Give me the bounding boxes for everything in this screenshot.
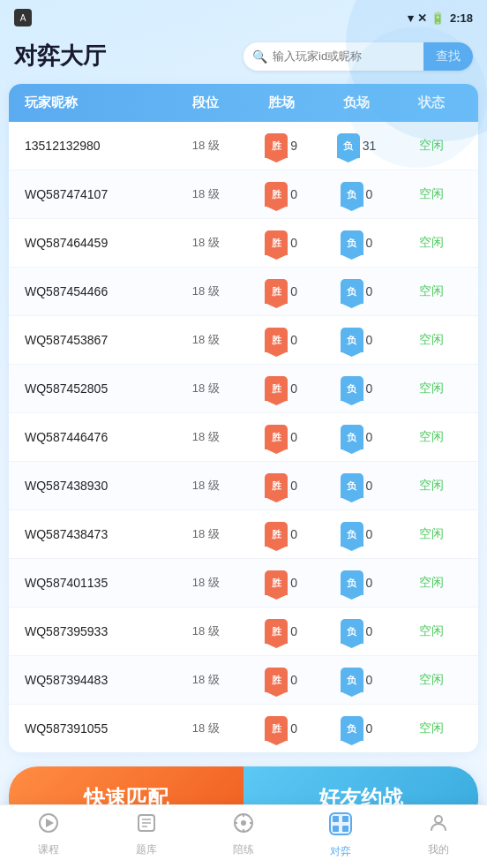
win-badge: 胜 bbox=[265, 570, 288, 595]
loss-badge: 负 bbox=[341, 230, 363, 255]
cell-losses: 负 0 bbox=[318, 328, 393, 352]
cell-name: WQ587454466 bbox=[18, 284, 169, 298]
cell-losses: 负 0 bbox=[318, 668, 393, 692]
cell-name: WQ587446476 bbox=[18, 430, 169, 444]
win-badge: 胜 bbox=[265, 716, 288, 741]
table-row[interactable]: WQ587464459 18 级 胜 0 负 0 空闲 bbox=[9, 219, 478, 268]
status-icons: ▾ ✕ 🔋 bbox=[408, 11, 445, 25]
player-table: 玩家昵称 段位 胜场 负场 状态 13512132980 18 级 胜 9 负 … bbox=[9, 84, 478, 752]
cell-name: WQ587394483 bbox=[18, 673, 169, 687]
win-badge: 胜 bbox=[265, 279, 288, 304]
table-row[interactable]: WQ587394483 18 级 胜 0 负 0 空闲 bbox=[9, 656, 478, 705]
cell-losses: 负 31 bbox=[318, 133, 393, 158]
table-row[interactable]: WQ587391055 18 级 胜 0 负 0 空闲 bbox=[9, 705, 478, 752]
win-badge: 胜 bbox=[265, 619, 288, 644]
cell-wins: 胜 0 bbox=[244, 230, 318, 255]
table-body: 13512132980 18 级 胜 9 负 31 空闲 WQ587474107 bbox=[9, 122, 478, 752]
search-bar[interactable]: 🔍 查找 bbox=[244, 42, 473, 71]
loss-badge: 负 bbox=[341, 716, 363, 741]
cell-wins: 胜 0 bbox=[244, 716, 318, 741]
cell-status: 空闲 bbox=[394, 623, 469, 639]
loss-badge: 负 bbox=[341, 376, 363, 401]
table-row[interactable]: WQ587438930 18 级 胜 0 负 0 空闲 bbox=[9, 462, 478, 510]
questions-icon bbox=[136, 812, 157, 839]
cell-wins: 胜 0 bbox=[244, 668, 318, 692]
nav-label-chess: 对弈 bbox=[330, 844, 351, 859]
table-header: 玩家昵称 段位 胜场 负场 状态 bbox=[9, 84, 478, 122]
cell-rank: 18 级 bbox=[169, 526, 244, 542]
cell-name: WQ587452805 bbox=[18, 381, 169, 396]
bottom-nav: 课程 题库 陪练 bbox=[0, 804, 487, 868]
loss-badge: 负 bbox=[341, 182, 363, 207]
nav-item-chess[interactable]: 对弈 bbox=[314, 812, 367, 859]
col-losses: 负场 bbox=[318, 94, 393, 111]
cell-rank: 18 级 bbox=[169, 332, 244, 348]
cell-rank: 18 级 bbox=[169, 623, 244, 639]
nav-label-profile: 我的 bbox=[428, 842, 449, 857]
nav-item-questions[interactable]: 题库 bbox=[120, 812, 173, 859]
cell-losses: 负 0 bbox=[318, 279, 393, 304]
loss-badge: 负 bbox=[341, 570, 363, 595]
cell-status: 空闲 bbox=[394, 138, 469, 154]
table-row[interactable]: 13512132980 18 级 胜 9 负 31 空闲 bbox=[9, 122, 478, 170]
loss-badge: 负 bbox=[341, 279, 363, 304]
win-badge: 胜 bbox=[265, 522, 288, 547]
nav-item-courses[interactable]: 课程 bbox=[22, 812, 75, 859]
search-icon: 🔍 bbox=[252, 49, 267, 64]
status-time: 2:18 bbox=[450, 11, 473, 25]
cell-rank: 18 级 bbox=[169, 672, 244, 688]
cell-status: 空闲 bbox=[394, 672, 469, 688]
cell-losses: 负 0 bbox=[318, 182, 393, 207]
cell-wins: 胜 0 bbox=[244, 570, 318, 595]
loss-badge: 负 bbox=[337, 133, 360, 158]
cell-wins: 胜 9 bbox=[244, 133, 318, 158]
win-badge: 胜 bbox=[265, 473, 288, 498]
cell-status: 空闲 bbox=[394, 526, 469, 542]
search-input[interactable] bbox=[273, 49, 415, 63]
table-row[interactable]: WQ587401135 18 级 胜 0 负 0 空闲 bbox=[9, 559, 478, 608]
cell-losses: 负 0 bbox=[318, 619, 393, 644]
cell-losses: 负 0 bbox=[318, 425, 393, 449]
table-row[interactable]: WQ587474107 18 级 胜 0 负 0 空闲 bbox=[9, 170, 478, 219]
table-row[interactable]: WQ587454466 18 级 胜 0 负 0 空闲 bbox=[9, 268, 478, 316]
cell-wins: 胜 0 bbox=[244, 328, 318, 352]
table-row[interactable]: WQ587452805 18 级 胜 0 负 0 空闲 bbox=[9, 365, 478, 413]
svg-point-17 bbox=[435, 816, 442, 823]
cell-wins: 胜 0 bbox=[244, 522, 318, 547]
nav-item-practice[interactable]: 陪练 bbox=[217, 812, 270, 859]
svg-marker-1 bbox=[46, 819, 54, 827]
table-row[interactable]: WQ587395933 18 级 胜 0 负 0 空闲 bbox=[9, 608, 478, 656]
cell-status: 空闲 bbox=[394, 283, 469, 299]
nav-item-profile[interactable]: 我的 bbox=[412, 812, 465, 859]
main-content: 玩家昵称 段位 胜场 负场 状态 13512132980 18 级 胜 9 负 … bbox=[0, 84, 487, 868]
svg-rect-14 bbox=[342, 816, 348, 822]
cell-name: WQ587391055 bbox=[18, 721, 169, 736]
cell-status: 空闲 bbox=[394, 235, 469, 251]
table-row[interactable]: WQ587446476 18 级 胜 0 负 0 空闲 bbox=[9, 413, 478, 462]
header: 对弈大厅 🔍 查找 bbox=[0, 32, 487, 84]
win-badge: 胜 bbox=[265, 230, 288, 255]
cell-name: 13512132980 bbox=[18, 139, 169, 153]
search-button[interactable]: 查找 bbox=[423, 42, 473, 71]
page-title: 对弈大厅 bbox=[14, 41, 106, 72]
cell-losses: 负 0 bbox=[318, 376, 393, 401]
cell-status: 空闲 bbox=[394, 332, 469, 348]
svg-rect-15 bbox=[333, 826, 339, 832]
cell-rank: 18 级 bbox=[169, 186, 244, 202]
battery-icon: 🔋 bbox=[431, 11, 445, 25]
cell-rank: 18 级 bbox=[169, 235, 244, 251]
cell-status: 空闲 bbox=[394, 478, 469, 494]
chess-icon bbox=[329, 812, 352, 841]
cell-rank: 18 级 bbox=[169, 478, 244, 494]
table-row[interactable]: WQ587453867 18 级 胜 0 负 0 空闲 bbox=[9, 316, 478, 365]
courses-icon bbox=[38, 812, 59, 839]
profile-icon bbox=[428, 812, 449, 839]
table-row[interactable]: WQ587438473 18 级 胜 0 负 0 空闲 bbox=[9, 510, 478, 559]
cell-status: 空闲 bbox=[394, 186, 469, 202]
cell-rank: 18 级 bbox=[169, 429, 244, 445]
win-badge: 胜 bbox=[265, 328, 288, 352]
cell-name: WQ587464459 bbox=[18, 236, 169, 250]
cell-status: 空闲 bbox=[394, 721, 469, 736]
cell-status: 空闲 bbox=[394, 575, 469, 591]
cell-wins: 胜 0 bbox=[244, 473, 318, 498]
